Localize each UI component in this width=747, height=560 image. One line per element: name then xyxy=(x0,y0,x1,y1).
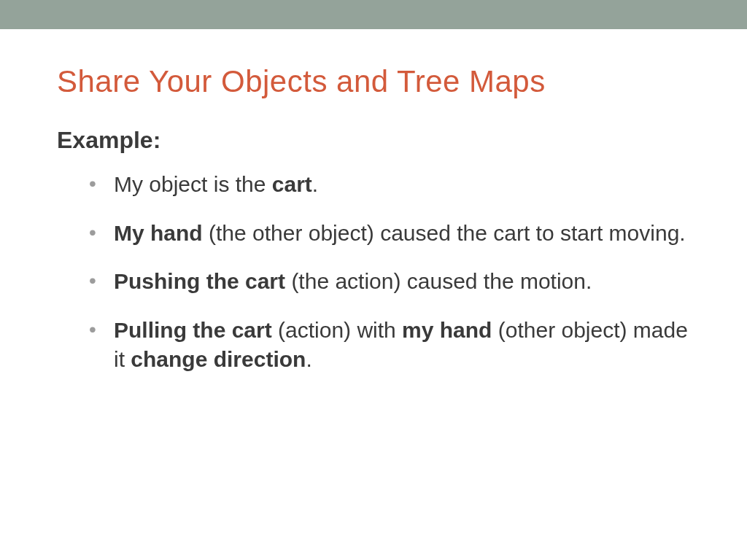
example-heading: Example: xyxy=(57,127,690,154)
bold-text: Pulling the cart xyxy=(114,318,272,342)
text-segment: My object is the xyxy=(114,172,272,196)
bold-text: change direction xyxy=(131,347,306,371)
list-item: Pulling the cart (action) with my hand (… xyxy=(89,316,690,375)
text-segment: (the action) caused the motion. xyxy=(285,269,592,293)
bold-text: cart xyxy=(272,172,312,196)
text-segment: . xyxy=(312,172,318,196)
list-item: My object is the cart. xyxy=(89,170,690,200)
bullet-list: My object is the cart. My hand (the othe… xyxy=(57,170,690,375)
text-segment: (action) with xyxy=(272,318,402,342)
slide-content: Share Your Objects and Tree Maps Example… xyxy=(0,29,747,375)
text-segment: (the other object) caused the cart to st… xyxy=(203,221,686,245)
top-accent-bar xyxy=(0,0,747,29)
bold-text: my hand xyxy=(402,318,492,342)
bold-text: My hand xyxy=(114,221,203,245)
list-item: My hand (the other object) caused the ca… xyxy=(89,219,690,249)
slide-title: Share Your Objects and Tree Maps xyxy=(57,64,690,99)
list-item: Pushing the cart (the action) caused the… xyxy=(89,267,690,297)
text-segment: . xyxy=(306,347,311,371)
bold-text: Pushing the cart xyxy=(114,269,285,293)
